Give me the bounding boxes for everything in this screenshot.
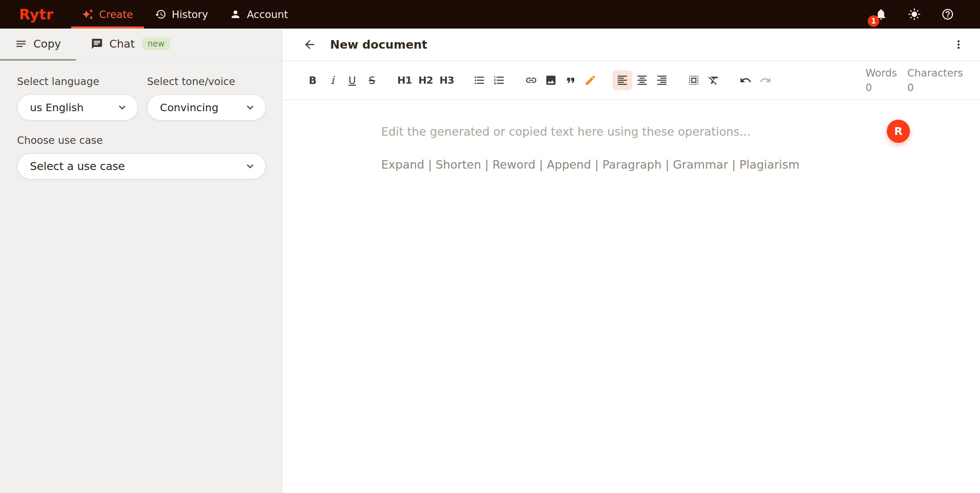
main-nav: Create History Account (71, 0, 299, 29)
help-button[interactable] (941, 8, 954, 21)
align-center-button[interactable] (632, 70, 652, 90)
back-button[interactable] (303, 38, 317, 51)
tab-chat-label: Chat (109, 37, 135, 50)
h1-button[interactable]: H1 (394, 70, 415, 90)
strikethrough-button[interactable]: S (362, 70, 382, 90)
document-title: New document (330, 38, 427, 51)
words-value: 0 (865, 80, 897, 95)
tab-chat[interactable]: Chat new (76, 29, 185, 60)
numbered-list-icon (493, 74, 505, 86)
highlighter-icon (584, 74, 597, 86)
bold-button[interactable]: B (303, 70, 323, 90)
sidebar-tabs: Copy Chat new (0, 29, 282, 61)
align-right-button[interactable] (652, 70, 672, 90)
character-count: Characters 0 (907, 66, 963, 95)
quote-icon (565, 74, 577, 86)
tab-copy[interactable]: Copy (0, 29, 76, 60)
document-area: New document B i U S H1 H2 H3 (282, 29, 980, 493)
more-options-button[interactable] (952, 38, 965, 51)
image-icon (545, 74, 557, 86)
clear-format-icon (708, 74, 720, 86)
sidebar-form: Select language us English Select tone/v… (0, 61, 282, 179)
top-navbar: Rytr Create History Account 1 (0, 0, 980, 29)
chevron-down-icon (243, 101, 256, 114)
language-select[interactable]: us English (17, 94, 138, 121)
numbered-list-button[interactable] (489, 70, 509, 90)
align-right-icon (656, 74, 668, 86)
chevron-down-icon (243, 160, 256, 173)
characters-value: 0 (907, 80, 963, 95)
image-button[interactable] (541, 70, 561, 90)
redo-button[interactable] (756, 70, 775, 90)
rytr-assistant-button[interactable]: R (887, 120, 910, 143)
chat-icon (91, 38, 103, 50)
clear-format-button[interactable] (704, 70, 724, 90)
sparkle-icon (82, 8, 94, 20)
editor-canvas[interactable]: Edit the generated or copied text here u… (282, 100, 980, 493)
navbar-actions: 1 (875, 0, 954, 29)
link-button[interactable] (521, 70, 541, 90)
language-value: us English (30, 101, 84, 114)
nav-history-label: History (172, 8, 208, 21)
tone-label: Select tone/voice (147, 76, 266, 87)
more-vert-icon (952, 38, 965, 51)
tone-value: Convincing (160, 101, 218, 114)
document-stats: Words 0 Characters 0 (865, 66, 963, 95)
use-case-select[interactable]: Select a use case (17, 153, 266, 179)
nav-history[interactable]: History (144, 0, 219, 29)
select-all-button[interactable] (684, 70, 704, 90)
editor-operations[interactable]: Expand | Shorten | Reword | Append | Par… (381, 156, 953, 173)
sun-icon (908, 8, 921, 21)
theme-toggle-button[interactable] (908, 8, 921, 21)
align-center-icon (636, 74, 648, 86)
chevron-down-icon (116, 101, 129, 114)
words-label: Words (865, 66, 897, 81)
nav-create[interactable]: Create (71, 0, 144, 29)
h3-button[interactable]: H3 (436, 70, 457, 90)
language-label: Select language (17, 76, 138, 87)
history-icon (155, 8, 166, 20)
help-icon (941, 8, 954, 21)
nav-account[interactable]: Account (219, 0, 299, 29)
tone-select[interactable]: Convincing (147, 94, 266, 121)
new-badge: new (142, 38, 170, 50)
use-case-value: Select a use case (30, 160, 125, 173)
bullet-list-button[interactable] (469, 70, 489, 90)
editor-placeholder: Edit the generated or copied text here u… (381, 123, 953, 140)
use-case-label: Choose use case (17, 134, 265, 146)
bullet-list-icon (473, 74, 485, 86)
sidebar: Copy Chat new Select language us English… (0, 29, 282, 493)
select-all-icon (688, 74, 700, 86)
underline-button[interactable]: U (342, 70, 362, 90)
notification-badge: 1 (868, 15, 879, 27)
rytr-logo[interactable]: Rytr (19, 6, 53, 23)
notes-icon (15, 38, 27, 50)
redo-icon (759, 74, 772, 86)
nav-account-label: Account (247, 8, 288, 21)
tab-copy-label: Copy (33, 37, 61, 50)
undo-button[interactable] (736, 70, 756, 90)
arrow-back-icon (303, 38, 317, 51)
person-icon (230, 8, 241, 20)
align-left-button[interactable] (612, 70, 632, 90)
link-icon (525, 74, 537, 86)
notifications-button[interactable]: 1 (875, 8, 888, 21)
undo-icon (740, 74, 752, 86)
align-left-icon (616, 74, 628, 86)
editor-toolbar: B i U S H1 H2 H3 (282, 61, 980, 100)
italic-button[interactable]: i (323, 70, 342, 90)
blockquote-button[interactable] (561, 70, 581, 90)
highlight-button[interactable] (581, 70, 600, 90)
word-count: Words 0 (865, 66, 897, 95)
document-header: New document (282, 29, 980, 61)
h2-button[interactable]: H2 (415, 70, 436, 90)
characters-label: Characters (907, 66, 963, 81)
nav-create-label: Create (99, 8, 133, 21)
